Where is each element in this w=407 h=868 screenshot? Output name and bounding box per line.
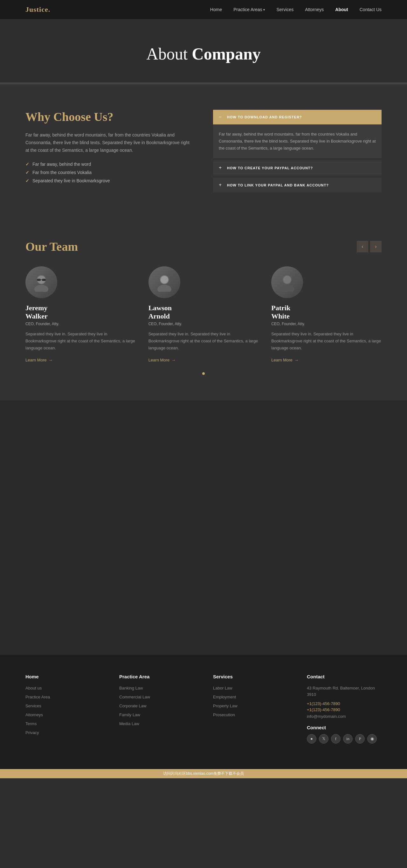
avatar-image-2 — [271, 266, 303, 298]
footer-col-home: Home About us Practice Area Services Att… — [26, 674, 100, 744]
team-name-2: PatrikWhite — [271, 304, 381, 320]
nav-attorneys[interactable]: Attorneys — [305, 7, 324, 12]
learn-more-1[interactable]: Learn More — [148, 358, 175, 363]
watermark-bar: 访问闪乌社区bbs.xieniao.com免费不下载不会员 — [0, 769, 407, 778]
nav-about[interactable]: About — [335, 7, 348, 12]
learn-more-0[interactable]: Learn More — [26, 358, 53, 363]
team-cards: JeremyWalker CEO, Founder, Atty. Separat… — [26, 266, 381, 363]
team-pagination-dots — [26, 372, 381, 375]
hero-title: About Company — [0, 44, 407, 63]
footer-links-home: About us Practice Area Services Attorney… — [26, 685, 100, 735]
footer-address: 43 Raymouth Rd. Baltemoer, London 3910 — [307, 685, 381, 699]
team-card-1: LawsonArnold CEO, Founder, Atty. Separat… — [148, 266, 259, 363]
footer-link-practice[interactable]: Practice Area — [26, 694, 50, 700]
footer-heading-services: Services — [213, 674, 288, 679]
team-name-1: LawsonArnold — [148, 304, 259, 320]
svg-point-7 — [158, 285, 171, 292]
team-avatar-0 — [26, 266, 57, 298]
team-heading: Our Team — [26, 240, 78, 254]
footer-link-corporate[interactable]: Corporate Law — [119, 704, 146, 708]
footer-phone-1[interactable]: +1(123)-456-7890 — [307, 701, 381, 706]
team-card-0: JeremyWalker CEO, Founder, Atty. Separat… — [26, 266, 136, 363]
svg-point-8 — [161, 276, 168, 283]
navbar: Justice. Home Practice Areas Services At… — [0, 0, 407, 19]
why-check-3: Separated they live in Bookmarksgrove — [26, 178, 194, 183]
footer-link-banking[interactable]: Banking Law — [119, 686, 143, 690]
nav-contact[interactable]: Contact Us — [360, 7, 381, 12]
footer-link-family[interactable]: Family Law — [119, 712, 140, 717]
accordion-body-1: Far far away, behind the word mountains,… — [213, 124, 381, 158]
accordion-item-3: + HOW TO LINK YOUR PAYPAL AND BANK ACCOU… — [213, 178, 381, 192]
accordion-header-3[interactable]: + HOW TO LINK YOUR PAYPAL AND BANK ACCOU… — [213, 178, 381, 192]
team-next-button[interactable]: › — [370, 241, 381, 252]
facebook-icon[interactable]: f — [331, 734, 341, 744]
footer: Home About us Practice Area Services Att… — [0, 655, 407, 769]
nav-practice-areas[interactable]: Practice Areas — [233, 7, 262, 12]
social-icons: ● 𝕏 f in P ◉ — [307, 734, 381, 744]
footer-heading-contact: Contact — [307, 674, 381, 679]
twitter-icon[interactable]: 𝕏 — [319, 734, 329, 744]
footer-link-media[interactable]: Media Law — [119, 721, 139, 726]
footer-link-attorneys[interactable]: Attorneys — [26, 712, 43, 717]
accordion-header-2[interactable]: + HOW TO CREATE YOUR PAYPAL ACCOUNT? — [213, 161, 381, 175]
avatar-image-0 — [26, 266, 57, 298]
team-avatar-2 — [271, 266, 303, 298]
pinterest-icon[interactable]: P — [355, 734, 365, 744]
accordion-item-1: − HOW TO DOWNLOAD AND REGISTER? Far far … — [213, 110, 381, 158]
team-desc-1: Separated they live in. Separated they l… — [148, 331, 259, 351]
avatar-image-1 — [148, 266, 180, 298]
accordion-plus-icon-3: + — [219, 182, 224, 188]
nav-home[interactable]: Home — [210, 7, 222, 12]
logo[interactable]: Justice. — [26, 5, 50, 14]
accordion-plus-icon-2: + — [219, 165, 224, 171]
accordion-label-3: HOW TO LINK YOUR PAYPAL AND BANK ACCOUNT… — [227, 183, 329, 187]
team-role-2: CEO, Founder, Atty. — [271, 322, 381, 326]
dot-active — [202, 372, 205, 375]
footer-phone-2[interactable]: +1(123)-456-7890 — [307, 707, 381, 712]
team-prev-button[interactable]: ‹ — [357, 241, 368, 252]
linkedin-icon[interactable]: in — [343, 734, 352, 744]
svg-point-10 — [280, 285, 294, 292]
footer-link-commercial[interactable]: Commercial Law — [119, 694, 150, 700]
other-social-icon[interactable]: ◉ — [367, 734, 377, 744]
footer-link-services[interactable]: Services — [26, 704, 41, 708]
svg-point-11 — [283, 276, 291, 283]
svg-rect-4 — [42, 279, 46, 281]
why-checklist: Far far away, behind the word Far from t… — [26, 162, 194, 183]
why-section: Why Choose Us? Far far away, behind the … — [0, 84, 407, 220]
hero-section: About Company — [0, 19, 407, 83]
why-heading: Why Choose Us? — [26, 110, 194, 124]
footer-link-about[interactable]: About us — [26, 686, 42, 690]
team-role-0: CEO, Founder, Atty. — [26, 322, 136, 326]
team-nav-buttons: ‹ › — [357, 241, 381, 252]
team-role-1: CEO, Founder, Atty. — [148, 322, 259, 326]
why-accordion: − HOW TO DOWNLOAD AND REGISTER? Far far … — [213, 110, 381, 195]
footer-email[interactable]: info@mydomain.com — [307, 714, 346, 719]
footer-col-contact: Contact 43 Raymouth Rd. Baltemoer, Londo… — [307, 674, 381, 744]
accordion-label-2: HOW TO CREATE YOUR PAYPAL ACCOUNT? — [227, 166, 313, 170]
footer-heading-home: Home — [26, 674, 100, 679]
footer-connect-label: Connect — [307, 725, 381, 730]
footer-link-terms[interactable]: Terms — [26, 721, 37, 726]
team-desc-2: Separated they live in. Separated they l… — [271, 331, 381, 351]
team-avatar-1 — [148, 266, 180, 298]
footer-link-property[interactable]: Property Law — [213, 704, 238, 708]
footer-link-prosecution[interactable]: Prosecution — [213, 712, 235, 717]
instagram-icon[interactable]: ● — [307, 734, 316, 744]
why-left: Why Choose Us? Far far away, behind the … — [26, 110, 194, 195]
footer-link-employment[interactable]: Employment — [213, 694, 236, 700]
accordion-header-1[interactable]: − HOW TO DOWNLOAD AND REGISTER? — [213, 110, 381, 124]
why-paragraph: Far far away, behind the word mountains,… — [26, 131, 194, 154]
team-header: Our Team ‹ › — [26, 240, 381, 254]
nav-links: Home Practice Areas Services Attorneys A… — [210, 7, 381, 12]
footer-links-services: Labor Law Employment Property Law Prosec… — [213, 685, 288, 717]
footer-col-services: Services Labor Law Employment Property L… — [213, 674, 288, 744]
team-card-2: PatrikWhite CEO, Founder, Atty. Separate… — [271, 266, 381, 363]
footer-link-privacy[interactable]: Privacy — [26, 730, 39, 735]
nav-services[interactable]: Services — [276, 7, 294, 12]
svg-point-1 — [34, 285, 48, 292]
learn-more-2[interactable]: Learn More — [271, 358, 298, 363]
accordion-item-2: + HOW TO CREATE YOUR PAYPAL ACCOUNT? — [213, 161, 381, 175]
dark-middle-section — [0, 400, 407, 655]
footer-link-labor[interactable]: Labor Law — [213, 686, 232, 690]
